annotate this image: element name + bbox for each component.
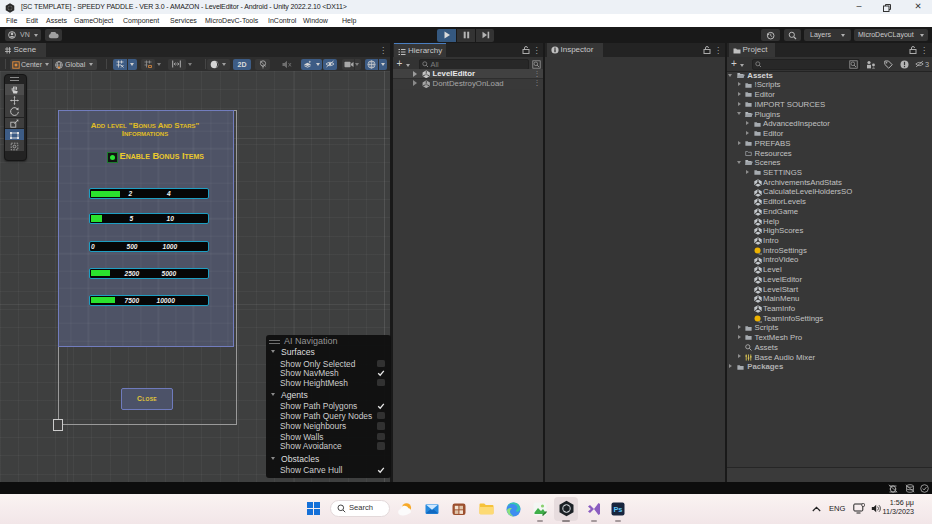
svg-text:so: so	[758, 252, 761, 255]
svg-text:Ps: Ps	[613, 505, 622, 514]
